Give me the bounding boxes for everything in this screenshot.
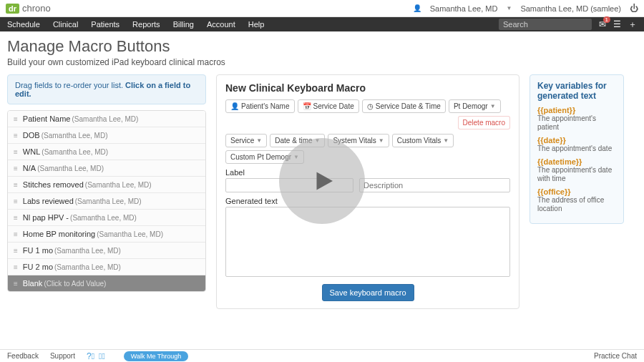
caret-down-icon: ▼	[379, 137, 384, 144]
macro-owner: (Samantha Lee, MD)	[42, 148, 108, 156]
btn-pt-demogr[interactable]: Pt Demogr▼	[449, 99, 501, 113]
play-triangle-icon	[304, 163, 340, 199]
variable-name: {{office}}	[537, 187, 616, 196]
macro-item[interactable]: ≡Nl pap HPV - (Samantha Lee, MD)	[8, 210, 205, 226]
macro-item[interactable]: ≡WNL (Samantha Lee, MD)	[8, 144, 205, 160]
help-icon[interactable]: ?⃝	[87, 351, 94, 361]
clock-icon: ◷	[367, 102, 374, 110]
user-icon: 👤	[230, 102, 239, 110]
calendar-icon: 📅	[303, 102, 311, 110]
drag-handle-icon[interactable]: ≡	[14, 165, 17, 172]
user-menu-1[interactable]: Samantha Lee, MD	[430, 4, 498, 13]
btn-service[interactable]: Service▼	[225, 134, 267, 147]
macro-item[interactable]: ≡DOB (Samantha Lee, MD)	[8, 127, 205, 144]
macro-item[interactable]: ≡Stitches removed (Samantha Lee, MD)	[8, 177, 205, 193]
save-button[interactable]: Save keyboard macro	[322, 284, 414, 301]
walk-me-through-button[interactable]: Walk Me Through	[124, 351, 189, 361]
macro-item[interactable]: ≡Home BP monitoring (Samantha Lee, MD)	[8, 226, 205, 243]
macro-owner: (Samantha Lee, MD)	[42, 132, 108, 140]
drag-handle-icon[interactable]: ≡	[14, 214, 17, 222]
variable-item: {{patient}}The appointment's patient	[537, 106, 616, 132]
macro-label: Nl pap HPV -	[23, 213, 69, 222]
btn-delete-macro[interactable]: Delete macro	[458, 116, 510, 129]
drag-handle-icon[interactable]: ≡	[14, 148, 17, 156]
messages-icon[interactable]: ✉1	[599, 19, 606, 29]
menu-icon[interactable]: ☰	[613, 19, 621, 29]
logo-box: dr	[6, 4, 19, 14]
macro-owner: (Click to Add Value)	[44, 280, 106, 288]
drag-handle-icon[interactable]: ≡	[14, 230, 17, 238]
search-input[interactable]	[499, 19, 592, 30]
macro-list: ≡Patient Name (Samantha Lee, MD)≡DOB (Sa…	[7, 110, 206, 292]
variable-item: {{date}}The appointment's date	[537, 136, 616, 153]
macro-label: Labs reviewed	[23, 197, 74, 205]
macro-label: Stitches removed	[23, 180, 84, 189]
macro-label: FU 2 mo	[23, 263, 53, 271]
macro-item[interactable]: ≡FU 1 mo (Samantha Lee, MD)	[8, 243, 205, 259]
footer-support[interactable]: Support	[50, 352, 75, 360]
hint-text: Drag fields to re-order your list.	[15, 81, 125, 89]
editor-heading: New Clinical Keyboard Macro	[225, 82, 510, 94]
practice-chat[interactable]: Practice Chat	[594, 352, 637, 360]
nav-reports[interactable]: Reports	[132, 20, 160, 29]
drag-handle-icon[interactable]: ≡	[14, 280, 17, 288]
macro-owner: (Samantha Lee, MD)	[75, 197, 142, 205]
macro-owner: (Samantha Lee, MD)	[85, 181, 152, 189]
footer: Feedback Support ?⃝ ▶⃝ Walk Me Through P…	[0, 349, 644, 362]
caret-down-icon: ▼	[256, 137, 262, 144]
logo[interactable]: dr chrono	[6, 3, 51, 14]
macro-label: N/A	[23, 164, 36, 172]
gentext-label: Generated text	[225, 197, 510, 205]
brand-bar: dr chrono 👤 Samantha Lee, MD ▼ Samantha …	[0, 0, 644, 17]
macro-item-blank[interactable]: ≡Blank (Click to Add Value)	[8, 275, 205, 291]
page-title: Manage Macro Buttons	[7, 37, 637, 56]
generated-text-input[interactable]	[225, 207, 510, 277]
nav-help[interactable]: Help	[248, 20, 265, 29]
nav-clinical[interactable]: Clinical	[53, 20, 78, 29]
macro-item[interactable]: ≡Patient Name (Samantha Lee, MD)	[8, 111, 205, 127]
macro-label: Blank	[23, 279, 43, 288]
nav-account[interactable]: Account	[207, 20, 235, 29]
macro-owner: (Samantha Lee, MD)	[72, 115, 139, 123]
logo-text: chrono	[22, 3, 51, 14]
drag-handle-icon[interactable]: ≡	[14, 263, 17, 271]
variable-desc: The appointment's date	[537, 145, 616, 153]
variable-desc: The appointment's patient	[537, 114, 616, 132]
user-icon: 👤	[413, 4, 421, 12]
variable-name: {{date}}	[537, 136, 616, 145]
macro-owner: (Samantha Lee, MD)	[97, 230, 163, 238]
nav-schedule[interactable]: Schedule	[7, 20, 40, 29]
footer-feedback[interactable]: Feedback	[7, 352, 39, 360]
btn-custom-vitals[interactable]: Custom Vitals▼	[392, 134, 454, 147]
nav-billing[interactable]: Billing	[173, 20, 194, 29]
hint-box: Drag fields to re-order your list. Click…	[7, 74, 206, 104]
macro-item[interactable]: ≡Labs reviewed (Samantha Lee, MD)	[8, 193, 205, 210]
user-menu-2[interactable]: Samantha Lee, MD (samlee)	[520, 4, 621, 13]
plus-icon[interactable]: ＋	[628, 19, 637, 31]
btn-patients-name[interactable]: 👤Patient's Name	[225, 99, 295, 113]
macro-item[interactable]: ≡FU 2 mo (Samantha Lee, MD)	[8, 259, 205, 275]
play-icon[interactable]: ▶⃝	[99, 351, 105, 361]
macro-owner: (Samantha Lee, MD)	[70, 214, 137, 222]
btn-service-date[interactable]: 📅Service Date	[298, 99, 359, 113]
macro-label: WNL	[23, 147, 40, 156]
drag-handle-icon[interactable]: ≡	[14, 197, 17, 205]
drag-handle-icon[interactable]: ≡	[14, 132, 17, 140]
macro-label: Home BP monitoring	[23, 230, 95, 238]
macro-owner: (Samantha Lee, MD)	[54, 263, 121, 271]
drag-handle-icon[interactable]: ≡	[14, 247, 17, 255]
key-variables-heading: Key variables for generated text	[537, 81, 616, 102]
btn-service-datetime[interactable]: ◷Service Date & Time	[362, 99, 446, 113]
variable-desc: The appointment's date with time	[537, 166, 616, 183]
nav-patients[interactable]: Patients	[91, 20, 119, 29]
page-subtitle: Build your own customized iPad keyboard …	[7, 57, 637, 67]
macro-item[interactable]: ≡N/A (Samantha Lee, MD)	[8, 160, 205, 177]
description-input[interactable]	[359, 178, 510, 192]
variable-item: {{office}}The address of office location	[537, 187, 616, 213]
drag-handle-icon[interactable]: ≡	[14, 115, 17, 123]
drag-handle-icon[interactable]: ≡	[14, 181, 17, 189]
video-play-overlay[interactable]	[279, 138, 365, 224]
variable-name: {{patient}}	[537, 106, 616, 114]
power-icon[interactable]: ⏻	[630, 4, 638, 14]
svg-marker-0	[317, 172, 333, 190]
